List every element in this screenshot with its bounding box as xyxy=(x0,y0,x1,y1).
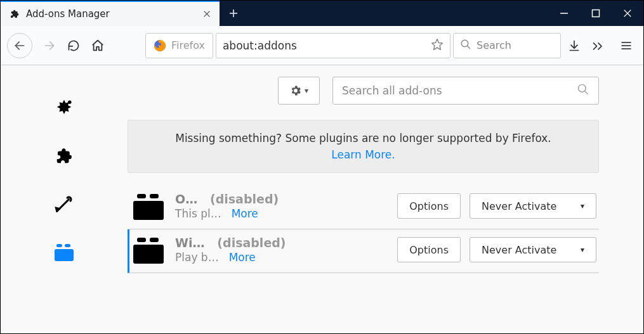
banner-text: Missing something? Some plugins are no l… xyxy=(175,132,551,145)
svg-point-19 xyxy=(68,101,72,105)
plugins-icon[interactable] xyxy=(53,241,75,263)
addon-info: O… (disabled) This pl… More xyxy=(175,192,308,220)
search-bar[interactable]: Search xyxy=(453,33,561,58)
svg-rect-5 xyxy=(593,10,600,17)
addon-name: Wi… xyxy=(175,236,204,250)
more-link[interactable]: More xyxy=(229,251,256,264)
home-button[interactable] xyxy=(87,35,108,56)
bookmark-star-icon[interactable] xyxy=(431,38,444,53)
options-button[interactable]: Options xyxy=(397,193,461,219)
overflow-button[interactable] xyxy=(588,35,609,56)
url-text: about:addons xyxy=(223,39,297,52)
titlebar: Add-ons Manager xyxy=(1,1,643,26)
chevron-down-icon: ▾ xyxy=(581,245,584,254)
svg-marker-11 xyxy=(432,39,443,49)
addon-row[interactable]: Wi… (disabled) Play b… More Options Neve… xyxy=(128,229,599,273)
options-button[interactable]: Options xyxy=(397,237,461,262)
plugin-icon xyxy=(133,236,164,264)
hamburger-menu[interactable] xyxy=(615,35,637,56)
puzzle-icon xyxy=(10,9,20,19)
identity-box[interactable]: Firefox xyxy=(145,33,213,58)
search-icon xyxy=(460,39,471,53)
svg-line-13 xyxy=(467,46,470,49)
tools-button[interactable]: ▾ xyxy=(278,77,320,105)
forward-button[interactable] xyxy=(39,35,60,56)
themes-icon[interactable] xyxy=(53,193,75,215)
more-link[interactable]: More xyxy=(232,207,258,220)
addon-info: Wi… (disabled) Play b… More xyxy=(175,236,308,264)
tab-title: Add-ons Manager xyxy=(26,8,200,20)
maximize-button[interactable] xyxy=(580,1,612,26)
recommendations-icon[interactable] xyxy=(53,97,75,119)
svg-line-21 xyxy=(585,91,588,94)
plugins-deprecated-banner: Missing something? Some plugins are no l… xyxy=(128,120,599,173)
new-tab-button[interactable] xyxy=(220,1,247,26)
addon-status: (disabled) xyxy=(210,192,279,206)
addons-content: ▾ Search all add-ons Missing something? … xyxy=(1,65,643,333)
svg-point-20 xyxy=(579,85,586,93)
close-icon[interactable] xyxy=(200,8,213,20)
minimize-button[interactable] xyxy=(548,1,580,26)
addon-status: (disabled) xyxy=(217,236,286,250)
activate-label: Never Activate xyxy=(482,244,556,256)
search-placeholder: Search xyxy=(476,39,511,51)
reload-button[interactable] xyxy=(63,35,84,56)
addon-description: This pl… xyxy=(175,207,221,220)
addons-search-placeholder: Search all add-ons xyxy=(342,84,442,97)
activate-select[interactable]: Never Activate ▾ xyxy=(470,193,596,219)
svg-point-12 xyxy=(461,40,468,47)
activate-label: Never Activate xyxy=(482,200,556,212)
browser-tab[interactable]: Add-ons Manager xyxy=(1,1,220,26)
learn-more-link[interactable]: Learn More. xyxy=(331,148,395,161)
close-window-button[interactable] xyxy=(612,1,643,26)
activate-select[interactable]: Never Activate ▾ xyxy=(470,237,596,262)
addons-sidebar xyxy=(1,65,128,333)
firefox-icon xyxy=(154,39,166,52)
addons-search-input[interactable]: Search all add-ons xyxy=(332,77,599,105)
plugin-icon xyxy=(133,192,164,220)
search-icon xyxy=(577,83,589,98)
identity-label: Firefox xyxy=(171,39,205,51)
addon-name: O… xyxy=(175,192,197,206)
chevron-down-icon: ▾ xyxy=(581,202,584,210)
extensions-icon[interactable] xyxy=(53,145,75,167)
addons-main: ▾ Search all add-ons Missing something? … xyxy=(128,65,643,333)
addon-row[interactable]: O… (disabled) This pl… More Options Neve… xyxy=(128,186,599,229)
addon-description: Play b… xyxy=(175,251,219,264)
back-button[interactable] xyxy=(7,33,32,58)
url-bar[interactable]: about:addons xyxy=(216,33,450,58)
downloads-button[interactable] xyxy=(563,35,585,56)
navbar: Firefox about:addons Search xyxy=(1,26,643,65)
chevron-down-icon: ▾ xyxy=(305,86,308,95)
